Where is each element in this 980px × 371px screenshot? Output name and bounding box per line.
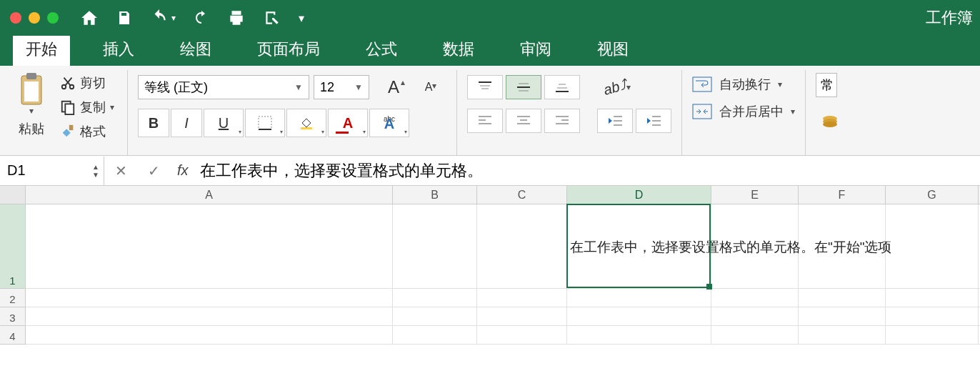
cell-F4[interactable] xyxy=(799,326,886,345)
column-header-C[interactable]: C xyxy=(477,186,567,204)
cell-D3[interactable] xyxy=(567,307,711,326)
tab-data[interactable]: 数据 xyxy=(430,34,487,66)
font-name-select[interactable]: 等线 (正文)▼ xyxy=(138,75,309,99)
cell-A2[interactable] xyxy=(26,289,393,307)
close-window-button[interactable] xyxy=(10,12,21,24)
row-header-4[interactable]: 4 xyxy=(0,326,25,345)
tab-insert[interactable]: 插入 xyxy=(90,34,147,66)
svg-rect-7 xyxy=(69,125,74,130)
align-center-button[interactable] xyxy=(506,109,541,133)
decrease-indent-button[interactable] xyxy=(597,109,633,133)
cell-G2[interactable] xyxy=(886,289,979,307)
cell-B2[interactable] xyxy=(393,289,477,307)
cell-C4[interactable] xyxy=(477,326,567,345)
fill-color-button[interactable]: ▾ xyxy=(286,109,326,137)
increase-indent-button[interactable] xyxy=(636,109,671,133)
cell-D2[interactable] xyxy=(567,289,711,307)
accept-formula-button[interactable]: ✓ xyxy=(137,162,170,179)
cancel-formula-button[interactable]: ✕ xyxy=(104,162,137,179)
decrease-font-button[interactable]: A▾ xyxy=(415,73,446,102)
underline-button[interactable]: U▾ xyxy=(204,109,244,137)
paste-button[interactable]: ▾ 粘贴 xyxy=(17,73,53,152)
name-box-spinner[interactable]: ▲▼ xyxy=(92,163,99,179)
column-header-B[interactable]: B xyxy=(393,186,477,204)
select-all-corner[interactable] xyxy=(0,186,26,204)
bold-button[interactable]: B xyxy=(138,109,169,137)
accounting-format-button[interactable] xyxy=(816,107,844,136)
group-clipboard: ▾ 粘贴 剪切 复制▾ 格式 xyxy=(7,70,128,155)
cell-A1[interactable] xyxy=(26,204,393,289)
align-bottom-button[interactable] xyxy=(544,75,580,99)
fx-icon[interactable]: fx xyxy=(177,162,189,179)
minimize-window-button[interactable] xyxy=(29,12,40,24)
cell-C1[interactable] xyxy=(477,204,567,289)
cell-B3[interactable] xyxy=(393,307,477,326)
tab-page-layout[interactable]: 页面布局 xyxy=(244,34,333,66)
cell-G3[interactable] xyxy=(886,307,979,326)
cell-C2[interactable] xyxy=(477,289,567,307)
redo-icon[interactable] xyxy=(193,9,210,26)
tab-formulas[interactable]: 公式 xyxy=(353,34,410,66)
undo-icon[interactable]: ▾ xyxy=(150,9,176,27)
group-number: 常 xyxy=(806,70,854,155)
name-box[interactable]: D1 ▲▼ xyxy=(0,157,104,185)
maximize-window-button[interactable] xyxy=(47,12,59,24)
tab-view[interactable]: 视图 xyxy=(584,34,641,66)
print-icon[interactable] xyxy=(227,9,246,27)
column-header-E[interactable]: E xyxy=(711,186,799,204)
cell-F2[interactable] xyxy=(799,289,886,307)
cell-D4[interactable] xyxy=(567,326,711,345)
align-middle-button[interactable] xyxy=(506,75,541,99)
row-header-1[interactable]: 1 xyxy=(0,204,25,289)
phonetic-guide-button[interactable]: abc A ▾ xyxy=(369,109,409,137)
column-header-G[interactable]: G xyxy=(886,186,979,204)
font-name-value: 等线 (正文) xyxy=(144,79,208,96)
cell-B1[interactable] xyxy=(393,204,477,289)
italic-button[interactable]: I xyxy=(171,109,202,137)
cell-A4[interactable] xyxy=(26,326,393,345)
save-icon[interactable] xyxy=(116,9,133,26)
cell-G4[interactable] xyxy=(886,326,979,345)
font-size-select[interactable]: 12▼ xyxy=(314,75,369,99)
column-header-A[interactable]: A xyxy=(26,186,393,204)
tab-draw[interactable]: 绘图 xyxy=(167,34,224,66)
wrap-text-button[interactable]: 自动换行▾ xyxy=(692,76,795,93)
titlebar: ▾ ▾ 工作簿 xyxy=(0,0,980,36)
tab-review[interactable]: 审阅 xyxy=(507,34,564,66)
cell-B4[interactable] xyxy=(393,326,477,345)
copy-label: 复制 xyxy=(80,99,106,116)
borders-button[interactable]: ▾ xyxy=(245,109,285,137)
cell-E4[interactable] xyxy=(711,326,799,345)
customize-qat-icon[interactable]: ▾ xyxy=(299,11,304,25)
align-right-button[interactable] xyxy=(544,109,580,133)
merge-center-button[interactable]: 合并后居中▾ xyxy=(692,103,795,120)
cell-C3[interactable] xyxy=(477,307,567,326)
orientation-button[interactable]: ab⤴▾ xyxy=(597,73,637,102)
quick-access-toolbar: ▾ ▾ xyxy=(80,9,304,27)
cut-button[interactable]: 剪切 xyxy=(57,73,117,93)
number-format-select[interactable]: 常 xyxy=(816,73,837,97)
cell-G1[interactable] xyxy=(886,204,979,289)
align-left-button[interactable] xyxy=(467,109,503,133)
tab-home[interactable]: 开始 xyxy=(13,34,70,66)
cells-area[interactable]: 在工作表中，选择要设置格式的单元格。在"开始"选项 xyxy=(26,204,980,345)
cell-E2[interactable] xyxy=(711,289,799,307)
cell-F3[interactable] xyxy=(799,307,886,326)
formula-input[interactable] xyxy=(196,159,980,183)
copy-button[interactable]: 复制▾ xyxy=(57,97,117,117)
row-header-2[interactable]: 2 xyxy=(0,289,25,307)
edit-icon[interactable] xyxy=(263,9,281,27)
column-header-D[interactable]: D xyxy=(567,186,711,204)
format-painter-button[interactable]: 格式 xyxy=(57,122,117,142)
wrap-text-label: 自动换行 xyxy=(719,76,771,93)
column-header-F[interactable]: F xyxy=(799,186,886,204)
align-top-button[interactable] xyxy=(467,75,503,99)
row-header-3[interactable]: 3 xyxy=(0,307,25,326)
font-color-button[interactable]: A ▾ xyxy=(328,109,368,137)
increase-font-button[interactable]: A▴ xyxy=(381,73,412,102)
window-title: 工作簿 xyxy=(926,7,973,29)
paste-label: 粘贴 xyxy=(19,120,44,137)
home-icon[interactable] xyxy=(80,9,99,27)
cell-A3[interactable] xyxy=(26,307,393,326)
cell-E3[interactable] xyxy=(711,307,799,326)
